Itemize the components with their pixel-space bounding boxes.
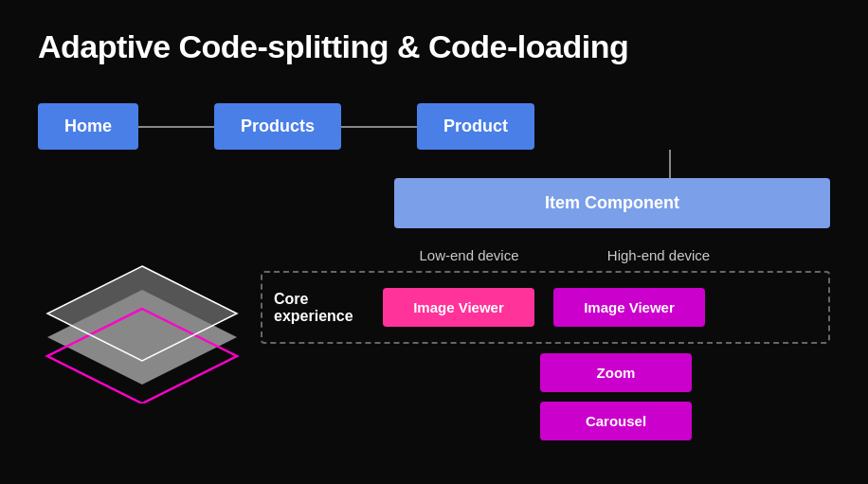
device-headers: Low-end device High-end device [374,247,830,263]
low-end-label: Low-end device [374,247,564,263]
item-component-box: Item Component [394,178,830,228]
lower-section: Low-end device High-end device Core expe… [38,247,830,440]
connector-home-products [138,126,214,128]
item-component-row: Item Component [38,178,830,228]
image-viewer-low-btn[interactable]: Image Viewer [383,288,534,327]
spacer [370,353,521,440]
home-box: Home [38,103,138,150]
zoom-btn[interactable]: Zoom [540,353,692,392]
extra-buttons-row: Zoom Carousel [370,353,830,440]
carousel-btn[interactable]: Carousel [540,402,692,440]
extra-buttons: Zoom Carousel [370,353,830,440]
page-title: Adaptive Code-splitting & Code-loading [38,28,830,65]
connector-products-product [341,126,417,128]
layers-icon [38,257,246,403]
image-viewer-high-btn[interactable]: Image Viewer [553,288,705,327]
high-end-label: High-end device [564,247,753,263]
vertical-connector-area [38,150,830,178]
diagram-area: Home Products Product Item Component [38,103,830,440]
layers-icon-container [38,257,256,408]
page-container: Adaptive Code-splitting & Code-loading H… [0,0,868,484]
right-content: Low-end device High-end device Core expe… [261,247,830,440]
products-box: Products [214,103,341,150]
vertical-connector-line [669,150,671,178]
extra-right-buttons: Zoom Carousel [540,353,692,440]
experience-section: Core experience Image Viewer Image Viewe… [261,271,830,344]
product-box: Product [417,103,534,150]
core-label: Core experience [274,291,383,325]
